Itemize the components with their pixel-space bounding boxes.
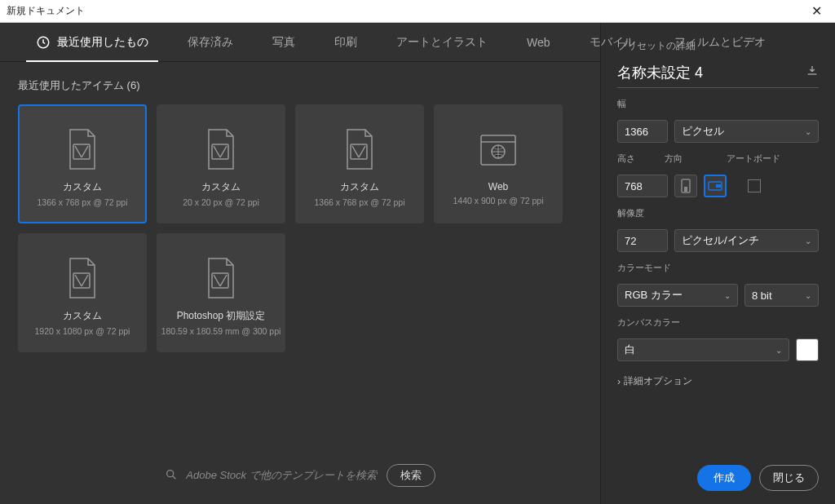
window-title: 新規ドキュメント <box>7 4 85 18</box>
background-label: カンバスカラー <box>617 316 819 329</box>
document-icon <box>64 126 101 172</box>
svg-rect-12 <box>716 184 721 188</box>
height-label: 高さ <box>617 153 635 165</box>
stock-search-row: Adobe Stock で他のテンプレートを検索 検索 <box>0 447 600 504</box>
tab-label: フィルムとビデオ <box>674 35 766 50</box>
chevron-down-icon: ⌄ <box>805 237 811 245</box>
preset-card-title: カスタム <box>340 180 379 194</box>
unit-select[interactable]: ピクセル ⌄ <box>674 120 819 143</box>
svg-rect-10 <box>684 187 687 192</box>
preset-card[interactable]: カスタム1366 x 768 px @ 72 ppi <box>18 104 147 223</box>
preset-card-sub: 1366 x 768 px @ 72 ppi <box>37 197 127 207</box>
create-button[interactable]: 作成 <box>697 465 751 491</box>
tab-photo[interactable]: 写真 <box>253 23 315 62</box>
search-button[interactable]: 検索 <box>387 464 435 487</box>
recent-items-heading: 最近使用したアイテム (6) <box>18 78 582 93</box>
close-icon[interactable]: ✕ <box>805 3 828 19</box>
preset-card[interactable]: カスタム1366 x 768 px @ 72 ppi <box>295 104 424 223</box>
globe-icon <box>479 127 517 173</box>
preset-card[interactable]: カスタム1920 x 1080 px @ 72 ppi <box>18 233 147 352</box>
resolution-label: 解像度 <box>617 207 819 219</box>
recent-items-panel: 最近使用したアイテム (6) カスタム1366 x 768 px @ 72 pp… <box>0 62 600 447</box>
tab-saved[interactable]: 保存済み <box>168 23 253 62</box>
colormode-select[interactable]: RGB カラー ⌄ <box>617 284 738 307</box>
clock-icon <box>36 35 51 50</box>
tab-label: 最近使用したもの <box>57 35 148 50</box>
preset-card-sub: 1920 x 1080 px @ 72 ppi <box>35 326 130 336</box>
window-titlebar: 新規ドキュメント ✕ <box>0 0 835 23</box>
resolution-unit-select[interactable]: ピクセル/インチ ⌄ <box>674 229 819 252</box>
unit-value: ピクセル <box>682 124 724 139</box>
orientation-portrait-button[interactable] <box>674 175 697 197</box>
preset-card[interactable]: Photoshop 初期設定180.59 x 180.59 mm @ 300 p… <box>157 233 285 352</box>
orientation-label: 方向 <box>665 153 683 165</box>
tab-label: アートとイラスト <box>396 35 488 50</box>
height-input[interactable] <box>617 175 668 197</box>
colormode-value: RGB カラー <box>625 288 683 303</box>
resolution-unit-value: ピクセル/インチ <box>682 233 759 248</box>
preset-card[interactable]: カスタム20 x 20 px @ 72 ppi <box>157 104 285 223</box>
background-select[interactable]: 白 ⌄ <box>617 338 789 361</box>
tab-recent[interactable]: 最近使用したもの <box>16 23 168 62</box>
document-icon <box>64 255 101 301</box>
chevron-down-icon: ⌄ <box>805 127 811 136</box>
resolution-input[interactable] <box>617 229 668 252</box>
bitdepth-value: 8 bit <box>752 290 772 302</box>
tab-film[interactable]: フィルムとビデオ <box>655 23 785 62</box>
preset-details-panel: プリセットの詳細 名称未設定 4 幅 ピクセル ⌄ 高さ 方向 アートボード <box>600 23 835 504</box>
tab-label: 写真 <box>272 35 295 50</box>
tab-label: 印刷 <box>334 35 357 50</box>
background-swatch[interactable] <box>796 338 819 361</box>
chevron-down-icon: ⌄ <box>775 346 782 355</box>
preset-card-title: カスタム <box>63 309 102 323</box>
chevron-down-icon: ⌄ <box>724 291 731 300</box>
preset-card-sub: 1366 x 768 px @ 72 ppi <box>314 197 404 207</box>
tab-label: Web <box>527 36 550 49</box>
preset-grid: カスタム1366 x 768 px @ 72 ppiカスタム20 x 20 px… <box>18 104 582 352</box>
tab-art[interactable]: アートとイラスト <box>377 23 507 62</box>
preset-card-title: カスタム <box>63 180 102 194</box>
bitdepth-select[interactable]: 8 bit ⌄ <box>744 284 819 307</box>
preset-card-title: カスタム <box>201 180 241 194</box>
search-placeholder: Adobe Stock で他のテンプレートを検索 <box>186 468 376 483</box>
left-pane: 最近使用したもの 保存済み 写真 印刷 アートとイラスト Web モバイル フィ… <box>0 23 600 504</box>
tab-label: 保存済み <box>188 35 233 50</box>
svg-point-8 <box>167 470 174 476</box>
document-icon <box>341 126 378 172</box>
chevron-down-icon: ⌄ <box>805 291 811 300</box>
stock-search-box[interactable]: Adobe Stock で他のテンプレートを検索 <box>165 468 376 484</box>
colormode-label: カラーモード <box>617 262 819 274</box>
preset-card-sub: 180.59 x 180.59 mm @ 300 ppi <box>161 326 281 336</box>
tab-label: モバイル <box>590 35 635 50</box>
search-icon <box>165 468 178 484</box>
width-label: 幅 <box>617 98 819 110</box>
chevron-right-icon: › <box>617 376 621 387</box>
preset-card-title: Photoshop 初期設定 <box>177 309 266 323</box>
advanced-options-toggle[interactable]: › 詳細オプション <box>617 374 819 388</box>
artboard-label: アートボード <box>727 153 780 165</box>
close-button[interactable]: 閉じる <box>759 465 819 491</box>
dialog-footer: 作成 閉じる <box>617 449 819 491</box>
advanced-label: 詳細オプション <box>624 374 692 388</box>
preset-card-title: Web <box>488 181 508 192</box>
background-value: 白 <box>625 343 635 357</box>
artboard-checkbox[interactable] <box>748 179 761 192</box>
preset-name-row: 名称未設定 4 <box>617 63 819 88</box>
width-input[interactable] <box>617 120 668 143</box>
preset-name-input[interactable]: 名称未設定 4 <box>617 63 703 82</box>
tab-print[interactable]: 印刷 <box>315 23 377 62</box>
document-icon <box>202 255 240 301</box>
tab-web[interactable]: Web <box>507 23 570 62</box>
tab-mobile[interactable]: モバイル <box>570 23 655 62</box>
document-icon <box>202 126 240 172</box>
preset-card-sub: 1440 x 900 px @ 72 ppi <box>453 196 543 206</box>
preset-card[interactable]: Web1440 x 900 px @ 72 ppi <box>434 104 563 223</box>
preset-card-sub: 20 x 20 px @ 72 ppi <box>183 197 259 207</box>
category-tabs: 最近使用したもの 保存済み 写真 印刷 アートとイラスト Web モバイル フィ… <box>0 23 600 62</box>
save-preset-icon[interactable] <box>806 64 819 81</box>
dialog-body: 最近使用したもの 保存済み 写真 印刷 アートとイラスト Web モバイル フィ… <box>0 23 835 504</box>
orientation-landscape-button[interactable] <box>704 175 727 197</box>
